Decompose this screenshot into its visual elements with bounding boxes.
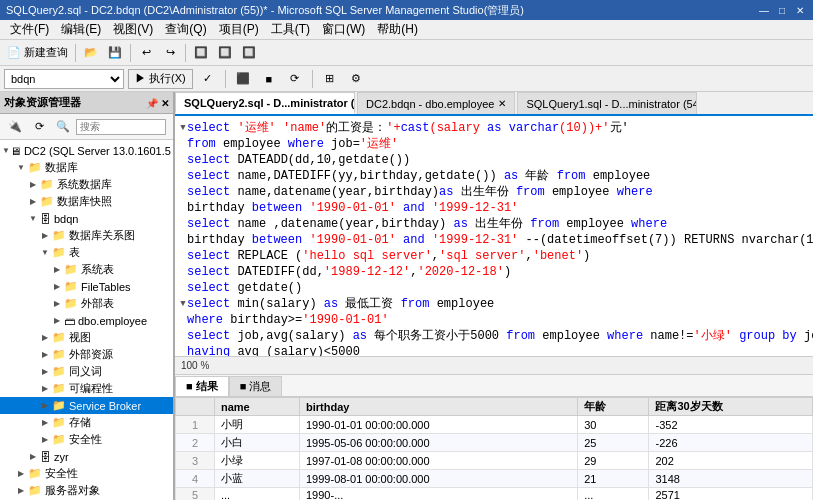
tree-node-zyr[interactable]: ▶🗄zyr [0, 448, 173, 465]
menu-item[interactable]: 工具(T) [265, 20, 316, 39]
tree-node-programmability[interactable]: ▶📁可编程性 [0, 380, 173, 397]
code-line[interactable]: having avg (salary)<5000 [175, 344, 813, 356]
expand-icon[interactable]: ▶ [38, 384, 52, 393]
tree-node-db_snapshot[interactable]: ▶📁数据库快照 [0, 193, 173, 210]
tab-close-button[interactable]: ✕ [498, 98, 506, 109]
tree-node-synonyms[interactable]: ▶📁同义词 [0, 363, 173, 380]
save-button[interactable]: 💾 [104, 42, 126, 64]
expand-icon[interactable]: ▶ [26, 197, 40, 206]
toolbar-btn2[interactable]: 🔲 [214, 42, 236, 64]
oe-refresh-button[interactable]: ⟳ [28, 116, 50, 138]
code-line[interactable]: from employee where job='运维' [175, 136, 813, 152]
tab[interactable]: SQLQuery2.sql - D...ministrator (55))* ✕ [175, 92, 355, 114]
pin-icon[interactable]: 📌 [146, 98, 158, 109]
expand-icon[interactable]: ▶ [38, 435, 52, 444]
expand-icon[interactable]: ▼ [14, 163, 28, 172]
expand-icon[interactable]: ▶ [38, 231, 52, 240]
code-line[interactable]: select name,datename(year,birthday)as 出生… [175, 184, 813, 200]
code-line[interactable]: select getdate() [175, 280, 813, 296]
expand-icon[interactable]: ▶ [14, 486, 28, 495]
menu-item[interactable]: 查询(Q) [159, 20, 212, 39]
code-line[interactable]: select DATEDIFF(dd,'1989-12-12','2020-12… [175, 264, 813, 280]
open-button[interactable]: 📂 [80, 42, 102, 64]
result-tab[interactable]: ■ 结果 [175, 376, 229, 396]
database-selector[interactable]: bdqn [4, 69, 124, 89]
expand-icon[interactable]: ▶ [26, 180, 40, 189]
query-editor[interactable]: ▼select '运维' 'name'的工资是：'+cast(salary as… [175, 116, 813, 356]
tree-node-dbo_employee[interactable]: ▶🗃dbo.employee [0, 312, 173, 329]
code-line[interactable]: birthday between '1990-01-01' and '1999-… [175, 200, 813, 216]
expand-icon[interactable]: ▶ [50, 316, 64, 325]
result-tab[interactable]: ■ 消息 [229, 376, 283, 396]
expand-icon[interactable]: ▶ [26, 452, 40, 461]
oe-search-input[interactable] [76, 119, 166, 135]
redo-button[interactable]: ↪ [159, 42, 181, 64]
close-icon[interactable]: ✕ [161, 98, 169, 109]
window-controls[interactable]: — □ ✕ [757, 3, 807, 17]
expand-icon[interactable]: ▶ [38, 401, 52, 410]
tree-node-security[interactable]: ▶📁安全性 [0, 431, 173, 448]
code-line[interactable]: select job,avg(salary) as 每个职务工资小于5000 f… [175, 328, 813, 344]
tree-node-bdqn[interactable]: ▼🗄bdqn [0, 210, 173, 227]
tree-node-tables[interactable]: ▼📁表 [0, 244, 173, 261]
tree-node-ext_resources[interactable]: ▶📁外部资源 [0, 346, 173, 363]
close-button[interactable]: ✕ [793, 3, 807, 17]
debug-button[interactable]: ⬛ [232, 68, 254, 90]
code-line[interactable]: birthday between '1990-01-01' and '1999-… [175, 232, 813, 248]
code-line[interactable]: where birthday>='1990-01-01' [175, 312, 813, 328]
tab[interactable]: DC2.bdqn - dbo.employee ✕ [357, 92, 515, 114]
code-line[interactable]: ▼select min(salary) as 最低工资 from employe… [175, 296, 813, 312]
expand-icon[interactable]: ▶ [50, 282, 64, 291]
menu-item[interactable]: 项目(P) [213, 20, 265, 39]
expand-icon[interactable]: ▼ [2, 146, 10, 155]
step-button[interactable]: ⟳ [284, 68, 306, 90]
result-area[interactable]: namebirthday年龄距离30岁天数1小明1990-01-01 00:00… [175, 396, 813, 500]
tree-node-ext_tables[interactable]: ▶📁外部表 [0, 295, 173, 312]
toolbar-btn3[interactable]: 🔲 [238, 42, 260, 64]
parse-button[interactable]: ✓ [197, 68, 219, 90]
tree-node-system_db[interactable]: ▶📁系统数据库 [0, 176, 173, 193]
tree-node-dc2[interactable]: ▼🖥DC2 (SQL Server 13.0.1601.5 - DC2\A... [0, 142, 173, 159]
new-query-button[interactable]: 📄 新建查询 [4, 42, 71, 64]
tree-node-sys_tables[interactable]: ▶📁系统表 [0, 261, 173, 278]
toolbar-btn1[interactable]: 🔲 [190, 42, 212, 64]
code-line[interactable]: ▼select '运维' 'name'的工资是：'+cast(salary as… [175, 120, 813, 136]
expand-icon[interactable]: ▶ [38, 418, 52, 427]
menu-item[interactable]: 编辑(E) [55, 20, 107, 39]
expand-icon[interactable]: ▶ [14, 469, 28, 478]
tree-node-filetables[interactable]: ▶📁FileTables [0, 278, 173, 295]
tree-node-storage[interactable]: ▶📁存储 [0, 414, 173, 431]
execute-button[interactable]: ▶ 执行(X) [128, 69, 193, 89]
tree-node-security2[interactable]: ▶📁安全性 [0, 465, 173, 482]
node-label: zyr [54, 451, 69, 463]
results-button[interactable]: ⊞ [319, 68, 341, 90]
menu-item[interactable]: 窗口(W) [316, 20, 371, 39]
undo-button[interactable]: ↩ [135, 42, 157, 64]
expand-icon[interactable]: ▼ [26, 214, 40, 223]
code-line[interactable]: select name ,datename(year,birthday) as … [175, 216, 813, 232]
stop-button[interactable]: ■ [258, 68, 280, 90]
expand-icon[interactable]: ▶ [38, 367, 52, 376]
menu-item[interactable]: 帮助(H) [371, 20, 424, 39]
tab[interactable]: SQLQuery1.sql - D...ministrator (54))* ✕ [517, 92, 697, 114]
menu-item[interactable]: 文件(F) [4, 20, 55, 39]
tree-node-service_broker[interactable]: ▶📁Service Broker [0, 397, 173, 414]
oe-connect-button[interactable]: 🔌 [4, 116, 26, 138]
code-line[interactable]: select REPLACE ('hello sql server','sql … [175, 248, 813, 264]
tree-node-databases[interactable]: ▼📁数据库 [0, 159, 173, 176]
tree-node-views[interactable]: ▶📁视图 [0, 329, 173, 346]
oe-filter-button[interactable]: 🔍 [52, 116, 74, 138]
tree-node-db_diagram[interactable]: ▶📁数据库关系图 [0, 227, 173, 244]
expand-icon[interactable]: ▶ [50, 299, 64, 308]
minimize-button[interactable]: — [757, 3, 771, 17]
maximize-button[interactable]: □ [775, 3, 789, 17]
expand-icon[interactable]: ▶ [38, 350, 52, 359]
query-options-button[interactable]: ⚙ [345, 68, 367, 90]
expand-icon[interactable]: ▼ [38, 248, 52, 257]
code-line[interactable]: select name,DATEDIFF(yy,birthday,getdate… [175, 168, 813, 184]
expand-icon[interactable]: ▶ [50, 265, 64, 274]
code-line[interactable]: select DATEADD(dd,10,getdate()) [175, 152, 813, 168]
menu-item[interactable]: 视图(V) [107, 20, 159, 39]
expand-icon[interactable]: ▶ [38, 333, 52, 342]
tree-node-server_obj[interactable]: ▶📁服务器对象 [0, 482, 173, 499]
